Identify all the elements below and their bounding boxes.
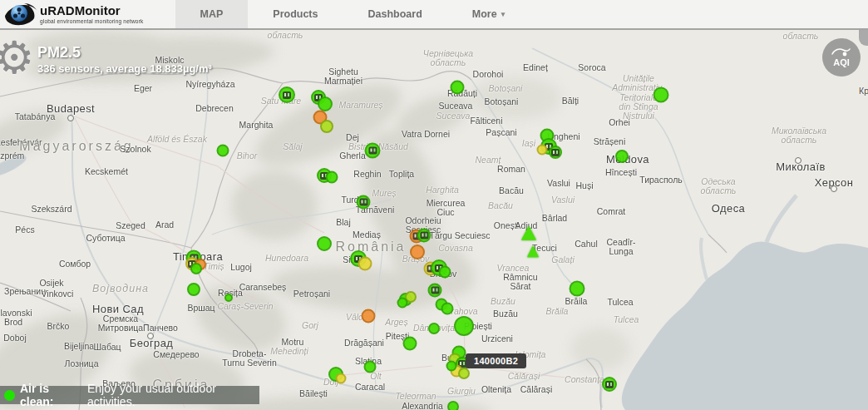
city-ring-icon — [831, 185, 837, 192]
sensor-photo-icon — [605, 381, 614, 388]
nav-item-more[interactable]: More▾ — [447, 0, 530, 28]
sensor-marker[interactable] — [217, 145, 229, 157]
aqi-button[interactable]: AQI — [822, 38, 861, 77]
sensor-photo-icon — [359, 199, 367, 206]
lake-balaton — [0, 152, 29, 181]
sensor-marker[interactable] — [549, 146, 562, 159]
nav-item-label: More — [472, 8, 497, 20]
nav-item-label: MAP — [200, 8, 224, 20]
aqi-button-label: AQI — [833, 57, 850, 67]
sensor-marker[interactable] — [224, 294, 233, 302]
sensor-marker[interactable] — [441, 303, 454, 315]
sensor-marker[interactable] — [417, 229, 432, 243]
sensor-marker[interactable] — [187, 283, 200, 296]
sensor-marker[interactable] — [615, 150, 629, 163]
sensor-marker[interactable] — [190, 263, 202, 274]
terrain-shading — [0, 30, 630, 410]
sensor-marker[interactable] — [326, 171, 338, 184]
logo-eye-icon — [4, 2, 37, 27]
status-bar: Air is clean: Enjoy your usual outdoor a… — [0, 386, 259, 404]
city-ring-icon — [795, 157, 801, 164]
settings-gear-icon[interactable]: ⚙ — [0, 35, 34, 80]
nav-item-map[interactable]: MAP — [175, 0, 249, 28]
uradmonitor-app: областьобластьЧернівецька областьMiskolc… — [0, 0, 868, 410]
sensor-marker[interactable] — [454, 316, 474, 336]
sensor-marker[interactable] — [318, 96, 333, 111]
sensor-marker[interactable] — [279, 86, 295, 103]
sensor-marker[interactable] — [653, 87, 669, 103]
sensor-marker[interactable] — [439, 266, 451, 279]
nav-item-label: Products — [273, 8, 318, 20]
status-message: Enjoy your usual outdoor activities. — [87, 382, 259, 408]
sensor-marker[interactable] — [403, 337, 417, 351]
sensor-marker[interactable] — [358, 257, 372, 271]
nav-item-products[interactable]: Products — [248, 0, 343, 28]
brand-tagline: global environmental monitoring network — [40, 18, 144, 24]
sensor-marker[interactable] — [336, 373, 347, 384]
sensor-marker[interactable] — [362, 309, 376, 324]
sensor-marker[interactable] — [458, 368, 470, 379]
sensor-marker[interactable] — [537, 145, 548, 156]
sensor-photo-icon — [420, 232, 428, 240]
metric-subtitle: 336 sensors, average 18.833µg/m³ — [37, 62, 212, 75]
status-headline: Air is clean: — [20, 382, 83, 408]
sensor-marker[interactable] — [317, 236, 332, 251]
sensor-marker[interactable] — [397, 298, 408, 309]
sensor-photo-icon — [551, 149, 560, 156]
sensor-marker-triangle[interactable] — [527, 245, 539, 257]
sensor-marker-triangle[interactable] — [521, 226, 536, 240]
sensor-marker[interactable] — [428, 284, 442, 298]
sensor-photo-icon — [431, 287, 439, 294]
map-tooltip: 140000B2 — [466, 353, 526, 368]
metric-title: PM2.5 — [37, 44, 81, 62]
sensor-marker[interactable] — [570, 281, 585, 297]
sensor-marker[interactable] — [446, 361, 457, 372]
sensor-marker[interactable] — [364, 361, 377, 373]
map-canvas[interactable]: областьобластьЧернівецька областьMiskolc… — [0, 0, 868, 410]
sensor-marker[interactable] — [451, 81, 465, 95]
city-ring-icon — [147, 333, 154, 339]
sensor-photo-icon — [368, 147, 377, 155]
nav-item-dashboard[interactable]: Dashboard — [343, 0, 446, 28]
sensor-marker[interactable] — [320, 120, 333, 133]
city-ring-icon — [67, 115, 74, 121]
top-navigation-bar: uRADMonitor global environmental monitor… — [0, 0, 868, 30]
sensor-marker[interactable] — [428, 323, 440, 334]
sensor-marker[interactable] — [410, 245, 425, 259]
black-sea — [622, 241, 868, 410]
wind-icon — [831, 47, 851, 57]
brand-name: uRADMonitor — [40, 4, 144, 17]
uradmonitor-logo[interactable]: uRADMonitor global environmental monitor… — [4, 2, 144, 27]
sensor-marker[interactable] — [357, 195, 371, 210]
sensor-marker[interactable] — [447, 401, 459, 410]
caret-down-icon: ▾ — [501, 10, 506, 18]
air-quality-dot-icon — [4, 390, 15, 401]
sensor-photo-icon — [283, 91, 291, 99]
sensor-marker[interactable] — [602, 377, 617, 392]
map-base-layer — [0, 0, 868, 410]
main-nav: MAPProductsDashboardMore▾ — [175, 0, 530, 28]
sensor-marker[interactable] — [365, 143, 381, 159]
nav-item-label: Dashboard — [367, 8, 422, 20]
